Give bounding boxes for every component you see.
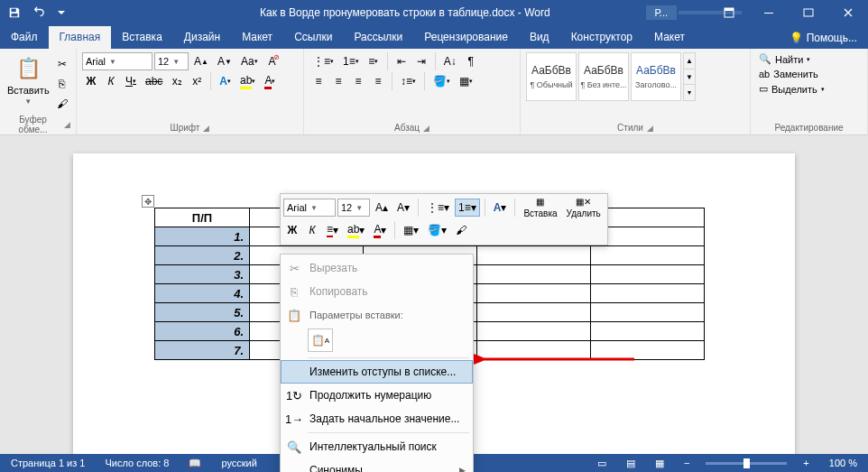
status-spellcheck[interactable]: 📖 (185, 458, 205, 469)
status-language[interactable]: русский (217, 458, 260, 468)
mini-delete-button[interactable]: ▦✕Удалить (563, 197, 605, 218)
font-size-combo[interactable]: 12▼ (154, 52, 189, 70)
tab-table-design[interactable]: Конструктор (560, 26, 643, 49)
maximize-icon[interactable] (789, 0, 828, 25)
minimize-icon[interactable] (749, 0, 789, 25)
status-word-count[interactable]: Число слов: 8 (101, 458, 172, 468)
zoom-in[interactable]: + (799, 458, 812, 468)
tab-references[interactable]: Ссылки (283, 26, 343, 49)
mini-underline[interactable]: ≡▾ (323, 221, 342, 239)
view-read-mode[interactable]: ▭ (594, 458, 610, 469)
menu-copy[interactable]: ⎘Копировать (281, 280, 473, 303)
align-right-button[interactable]: ≡ (349, 72, 367, 90)
menu-synonyms[interactable]: Синонимы▶ (281, 458, 473, 472)
mini-styles[interactable]: A▾ (490, 199, 511, 217)
copy-button[interactable]: ⎘ (53, 75, 71, 93)
styles-scroll-down[interactable]: ▼ (684, 69, 695, 86)
grow-font-button[interactable]: A▲ (190, 52, 212, 70)
mini-font-combo[interactable]: Arial▼ (283, 199, 336, 217)
mini-numbering[interactable]: 1≡▾ (455, 199, 480, 217)
cut-button[interactable]: ✂ (53, 55, 71, 73)
styles-expand[interactable]: ▾ (684, 85, 695, 100)
line-spacing-button[interactable]: ↕≡▾ (397, 72, 420, 90)
show-paragraph-marks-button[interactable]: ¶ (462, 52, 480, 70)
mini-bold[interactable]: Ж (283, 221, 301, 239)
save-icon[interactable] (4, 2, 25, 23)
mini-size-combo[interactable]: 12▼ (337, 199, 370, 217)
dialog-launcher-icon[interactable]: ◢ (647, 124, 653, 133)
subscript-button[interactable]: x₂ (168, 72, 186, 90)
tab-home[interactable]: Главная (49, 26, 112, 49)
align-left-button[interactable]: ≡ (309, 72, 328, 90)
tab-file[interactable]: Файл (0, 26, 49, 49)
paste-button[interactable]: 📋 Вставить ▼ (5, 52, 51, 113)
tab-layout[interactable]: Макет (231, 26, 283, 49)
styles-scroll-up[interactable]: ▲ (684, 53, 695, 69)
highlight-color-button[interactable]: ab▾ (236, 72, 259, 90)
underline-button[interactable]: Ч▾ (122, 72, 140, 90)
multilevel-list-button[interactable]: ≡▾ (365, 52, 383, 70)
mini-highlight[interactable]: ab▾ (344, 221, 368, 239)
paste-option-keep-formatting[interactable]: 📋A (308, 329, 333, 352)
mini-shading[interactable]: 🪣▾ (424, 221, 450, 239)
table-cell[interactable]: 6. (155, 322, 250, 341)
ribbon-display-options-icon[interactable] (709, 0, 749, 25)
borders-button[interactable]: ▦▾ (456, 72, 476, 90)
table-cell[interactable]: 5. (155, 303, 250, 322)
undo-icon[interactable] (27, 2, 49, 23)
italic-button[interactable]: К (102, 72, 120, 90)
shrink-font-button[interactable]: A▼ (214, 52, 235, 70)
view-web-layout[interactable]: ▦ (651, 458, 668, 469)
zoom-level[interactable]: 100 % (826, 458, 861, 468)
mini-shrink-font[interactable]: A▾ (393, 199, 413, 217)
tab-table-layout[interactable]: Макет (643, 26, 696, 49)
dialog-launcher-icon[interactable]: ◢ (423, 124, 429, 133)
style-no-spacing[interactable]: АаБбВв¶ Без инте... (578, 52, 629, 101)
mini-font-color[interactable]: A▾ (370, 221, 390, 239)
zoom-slider[interactable] (706, 462, 787, 465)
qat-customize-icon[interactable] (51, 2, 72, 23)
tell-me[interactable]: 💡 Помощь... (779, 27, 868, 49)
menu-cut[interactable]: ✂Вырезать (281, 256, 473, 280)
style-heading1[interactable]: АаБбВвЗаголово... (631, 52, 681, 101)
view-print-layout[interactable]: ▤ (623, 458, 639, 469)
dialog-launcher-icon[interactable]: ◢ (64, 120, 70, 129)
superscript-button[interactable]: x² (188, 72, 206, 90)
change-case-button[interactable]: Aa▾ (237, 52, 262, 70)
menu-adjust-list-indents[interactable]: Изменить отступы в списке... (281, 360, 473, 384)
menu-set-numbering-value[interactable]: 1→Задать начальное значение... (281, 407, 473, 430)
status-page[interactable]: Страница 1 из 1 (7, 458, 88, 468)
justify-button[interactable]: ≡ (369, 72, 387, 90)
tab-insert[interactable]: Вставка (111, 26, 173, 49)
select-button[interactable]: ▭Выделить ▾ (756, 82, 862, 96)
style-normal[interactable]: АаБбВв¶ Обычный (526, 52, 577, 101)
table-cell[interactable]: 2. (155, 246, 250, 265)
decrease-indent-button[interactable]: ⇤ (392, 52, 411, 70)
table-cell[interactable]: 4. (155, 284, 250, 303)
mini-borders[interactable]: ▦▾ (400, 221, 422, 239)
increase-indent-button[interactable]: ⇥ (412, 52, 430, 70)
table-cell[interactable]: 7. (155, 341, 250, 360)
zoom-out[interactable]: − (680, 458, 693, 468)
tab-review[interactable]: Рецензирование (413, 26, 519, 49)
mini-format-painter[interactable]: 🖌 (452, 221, 470, 239)
shading-button[interactable]: 🪣▾ (429, 72, 454, 90)
clear-formatting-button[interactable]: A⊘ (263, 52, 282, 70)
find-button[interactable]: 🔍Найти ▾ (756, 52, 862, 66)
bullets-button[interactable]: ⋮≡▾ (309, 52, 337, 70)
bold-button[interactable]: Ж (82, 72, 100, 90)
table-cell[interactable]: 3. (155, 265, 250, 284)
mini-grow-font[interactable]: A▴ (372, 199, 392, 217)
font-color-button[interactable]: A▾ (261, 72, 279, 90)
tab-design[interactable]: Дизайн (173, 26, 231, 49)
tab-view[interactable]: Вид (519, 26, 560, 49)
dialog-launcher-icon[interactable]: ◢ (203, 124, 209, 133)
sort-button[interactable]: A↓ (440, 52, 460, 70)
mini-insert-button[interactable]: ▦Вставка (520, 197, 560, 218)
numbering-button[interactable]: 1≡▾ (339, 52, 363, 70)
font-name-combo[interactable]: Arial▼ (82, 52, 152, 70)
table-move-handle[interactable]: ✥ (142, 195, 154, 208)
strikethrough-button[interactable]: abc (142, 72, 166, 90)
mini-bullets[interactable]: ⋮≡▾ (423, 199, 453, 217)
replace-button[interactable]: abЗаменить (756, 68, 862, 80)
